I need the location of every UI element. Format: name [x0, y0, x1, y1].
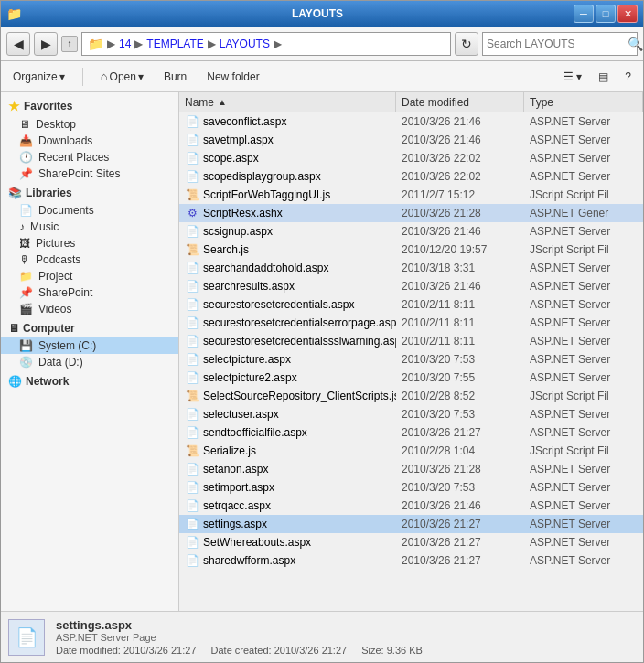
file-date: 2010/3/26 21:28 — [396, 463, 524, 476]
up-button[interactable]: ↑ — [61, 36, 78, 52]
help-button[interactable]: ? — [618, 67, 638, 87]
table-row[interactable]: 📜 SelectSourceRepository_ClientScripts.j… — [179, 387, 643, 405]
sidebar-item-project[interactable]: 📁 Project — [1, 268, 178, 284]
table-row[interactable]: 📄 selectpicture.aspx 2010/3/20 7:53 ASP.… — [179, 350, 643, 369]
table-row[interactable]: 📄 searchresults.aspx 2010/3/26 21:46 ASP… — [179, 277, 643, 295]
col-header-type[interactable]: Type — [524, 92, 643, 112]
table-row[interactable]: 📄 securestoresetcredentialserrorpage.asp… — [179, 314, 643, 332]
view-toggle-button[interactable]: ☰ ▾ — [557, 67, 588, 87]
file-name: securestoresetcredentialserrorpage.aspx — [203, 316, 396, 329]
table-row[interactable]: 📄 scsignup.aspx 2010/3/26 21:46 ASP.NET … — [179, 222, 643, 241]
organize-button[interactable]: Organize ▾ — [6, 67, 71, 87]
table-row[interactable]: 📄 securestoresetcredentialssslwarning.as… — [179, 332, 643, 350]
minimize-button[interactable]: ─ — [574, 5, 594, 23]
file-icon: 📄 — [185, 297, 199, 312]
file-date: 2010/3/18 3:31 — [396, 262, 524, 274]
address-path[interactable]: 📁 ▶ 14 ▶ TEMPLATE ▶ LAYOUTS ▶ — [81, 32, 451, 56]
table-row[interactable]: 📜 Serialize.js 2010/2/28 1:04 JScript Sc… — [179, 442, 643, 460]
search-button[interactable]: 🔍 — [628, 33, 643, 55]
table-row[interactable]: 📄 searchandaddtohold.aspx 2010/3/18 3:31… — [179, 259, 643, 277]
file-icon: 📜 — [185, 389, 199, 403]
sidebar-item-sharepoint[interactable]: 📌 SharePoint — [1, 284, 178, 301]
videos-icon: 🎬 — [19, 303, 33, 315]
libraries-header[interactable]: 📚 Libraries — [1, 184, 178, 202]
table-row[interactable]: 📄 setimport.aspx 2010/3/20 7:53 ASP.NET … — [179, 478, 643, 497]
table-row[interactable]: 📄 saveconflict.aspx 2010/3/26 21:46 ASP.… — [179, 112, 643, 131]
recent-places-icon: 🕐 — [19, 151, 33, 164]
sidebar-section-favorites: ★ Favorites 🖥 Desktop 📥 Downloads 🕐 Rece… — [1, 96, 178, 182]
file-type: ASP.NET Server — [524, 280, 643, 293]
sidebar-item-recent-places[interactable]: 🕐 Recent Places — [1, 149, 178, 166]
file-list: Name ▲ Date modified Type 📄 saveconflict… — [179, 92, 643, 611]
table-row[interactable]: 📄 securestoresetcredentials.aspx 2010/2/… — [179, 295, 643, 314]
table-row[interactable]: 📄 selectuser.aspx 2010/3/20 7:53 ASP.NET… — [179, 405, 643, 423]
close-button[interactable]: ✕ — [617, 5, 638, 23]
open-button[interactable]: ⌂ Open ▾ — [94, 66, 150, 87]
file-icon: 📜 — [185, 242, 199, 257]
file-icon: 📄 — [185, 407, 199, 422]
path-part-1[interactable]: 14 — [119, 37, 131, 50]
status-info: settings.aspx ASP.NET Server Page Date m… — [56, 618, 636, 656]
sidebar-item-sharepoint-sites[interactable]: 📌 SharePoint Sites — [1, 166, 178, 182]
sidebar-item-downloads[interactable]: 📥 Downloads — [1, 133, 178, 149]
network-header[interactable]: 🌐 Network — [1, 372, 178, 390]
sidebar-item-podcasts[interactable]: 🎙 Podcasts — [1, 251, 178, 268]
burn-button[interactable]: Burn — [157, 67, 193, 87]
file-name: securestoresetcredentialssslwarning.aspx — [203, 335, 396, 348]
preview-pane-button[interactable]: ▤ — [592, 67, 615, 87]
sidebar-item-system-c[interactable]: 💾 System (C:) — [1, 337, 178, 354]
sidebar-item-desktop[interactable]: 🖥 Desktop — [1, 116, 178, 133]
file-date: 2010/3/26 21:27 — [396, 554, 524, 567]
col-header-name[interactable]: Name ▲ — [179, 92, 396, 112]
path-part-2[interactable]: TEMPLATE — [146, 37, 203, 50]
table-row[interactable]: 📄 SetWhereabouts.aspx 2010/3/26 21:27 AS… — [179, 533, 643, 551]
table-row[interactable]: 📄 scopedisplaygroup.aspx 2010/3/26 22:02… — [179, 167, 643, 186]
favorites-header[interactable]: ★ Favorites — [1, 96, 178, 116]
sidebar-item-videos[interactable]: 🎬 Videos — [1, 301, 178, 317]
table-row[interactable]: 📄 setanon.aspx 2010/3/26 21:28 ASP.NET S… — [179, 460, 643, 478]
table-row[interactable]: 📄 setrqacc.aspx 2010/3/26 21:46 ASP.NET … — [179, 497, 643, 515]
maximize-button[interactable]: □ — [596, 5, 616, 23]
desktop-icon: 🖥 — [19, 118, 30, 131]
col-header-date[interactable]: Date modified — [396, 92, 524, 112]
file-icon: 📜 — [185, 187, 199, 202]
file-type: ASP.NET Server — [524, 408, 643, 421]
search-input[interactable] — [483, 37, 628, 50]
computer-header[interactable]: 🖥 Computer — [1, 319, 178, 337]
table-row[interactable]: ⚙ ScriptResx.ashx 2010/3/26 21:28 ASP.NE… — [179, 204, 643, 222]
back-button[interactable]: ◀ — [6, 32, 30, 56]
documents-icon: 📄 — [19, 204, 33, 217]
table-row[interactable]: 📄 selectpicture2.aspx 2010/3/20 7:55 ASP… — [179, 369, 643, 387]
table-row[interactable]: 📜 ScriptForWebTaggingUI.js 2011/2/7 15:1… — [179, 186, 643, 204]
sidebar-section-network: 🌐 Network — [1, 372, 178, 390]
sidebar-item-pictures[interactable]: 🖼 Pictures — [1, 235, 178, 251]
project-icon: 📁 — [19, 270, 33, 283]
forward-button[interactable]: ▶ — [34, 32, 58, 56]
table-row[interactable]: 📜 Search.js 2010/12/20 19:57 JScript Scr… — [179, 241, 643, 259]
sharepoint-sites-icon: 📌 — [19, 167, 33, 180]
sidebar-item-data-d[interactable]: 💿 Data (D:) — [1, 354, 178, 370]
file-name: searchandaddtohold.aspx — [203, 262, 328, 274]
new-folder-button[interactable]: New folder — [200, 67, 265, 87]
file-name: Search.js — [203, 243, 249, 256]
downloads-icon: 📥 — [19, 134, 33, 147]
table-row[interactable]: 📄 scope.aspx 2010/3/26 22:02 ASP.NET Ser… — [179, 149, 643, 167]
file-name: scope.aspx — [203, 152, 259, 165]
file-name: scsignup.aspx — [203, 225, 273, 238]
table-row[interactable]: 📄 sendtoofficialfile.aspx 2010/3/26 21:2… — [179, 423, 643, 442]
table-row[interactable]: 📄 settings.aspx 2010/3/26 21:27 ASP.NET … — [179, 515, 643, 533]
file-type: ASP.NET Server — [524, 499, 643, 512]
file-name: setrqacc.aspx — [203, 499, 271, 512]
path-part-3[interactable]: LAYOUTS — [220, 37, 270, 50]
file-icon: 📄 — [185, 535, 199, 550]
sidebar-item-documents[interactable]: 📄 Documents — [1, 202, 178, 219]
file-icon: 📄 — [185, 352, 199, 367]
file-name: selectpicture.aspx — [203, 353, 291, 366]
table-row[interactable]: 📄 savetmpl.aspx 2010/3/26 21:46 ASP.NET … — [179, 131, 643, 149]
sidebar-item-music[interactable]: ♪ Music — [1, 219, 178, 235]
file-date: 2010/3/20 7:53 — [396, 353, 524, 366]
refresh-button[interactable]: ↻ — [455, 32, 478, 56]
table-row[interactable]: 📄 sharedwfform.aspx 2010/3/26 21:27 ASP.… — [179, 551, 643, 570]
system-c-icon: 💾 — [19, 339, 33, 352]
file-type: ASP.NET Gener — [524, 207, 643, 219]
